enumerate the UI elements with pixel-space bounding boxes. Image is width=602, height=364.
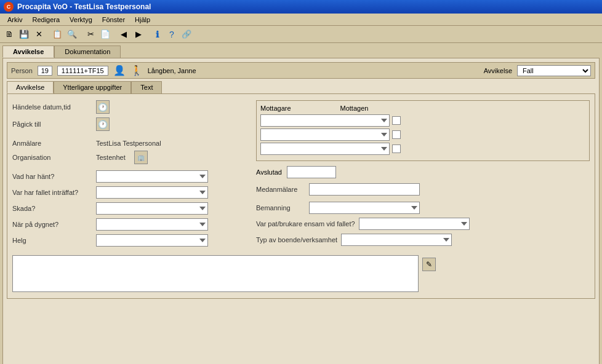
organisation-value: Testenhet — [96, 154, 126, 161]
bemanning-dropdown[interactable] — [309, 202, 420, 214]
person-number: 19 — [38, 66, 52, 76]
back-button[interactable]: ◀ — [117, 28, 130, 41]
helg-row: Helg — [12, 234, 246, 247]
nar-dropdown[interactable] — [96, 218, 208, 231]
pagick-row: Pågick till 🕐 — [12, 117, 246, 131]
nar-row: När på dygnet? — [12, 218, 246, 231]
person-name: Långben, Janne — [148, 67, 479, 74]
mottagare-header: Mottagare Mottagen — [260, 105, 585, 112]
organisation-button[interactable]: 🏢 — [134, 151, 148, 164]
anmalare-row: Anmälare TestLisa Testpersonal — [12, 140, 246, 147]
handelse-clock-button[interactable]: 🕐 — [96, 100, 110, 114]
typ-label: Typ av boende/verksamhet — [256, 235, 337, 244]
person-icon2: 🚶 — [130, 65, 143, 76]
link-button[interactable]: 🔗 — [180, 28, 193, 41]
var-label: Var har fallet inträffat? — [12, 189, 92, 196]
vad-label: Vad har hänt? — [12, 173, 92, 180]
tab-dokumentation[interactable]: Dokumentation — [54, 46, 121, 58]
typ-row: Typ av boende/verksamhet — [256, 234, 590, 246]
anmalare-label: Anmälare — [12, 140, 92, 147]
menu-verktyg[interactable]: Verktyg — [65, 15, 97, 25]
person-label: Person — [11, 67, 33, 74]
mottagen-checkbox-2[interactable] — [392, 130, 401, 139]
mottagare-label: Mottagare — [260, 105, 291, 112]
avvikelse-type-select[interactable]: Fall — [517, 65, 591, 76]
mottagare-section: Mottagare Mottagen — [256, 100, 590, 161]
helg-dropdown[interactable] — [96, 234, 208, 247]
find-button[interactable]: 🔍 — [65, 28, 79, 41]
menu-bar: Arkiv Redigera Verktyg Fönster Hjälp — [0, 14, 602, 26]
inner-tab-ytterligare[interactable]: Ytterligare uppgifter — [54, 81, 131, 93]
bemanning-row: Bemanning — [256, 202, 590, 214]
var-pat-dropdown[interactable] — [359, 218, 470, 230]
bottom-row: ✎ — [12, 255, 590, 292]
top-tabs: Avvikelse Dokumentation — [2, 46, 600, 58]
inner-tabs: Avvikelse Ytterligare uppgifter Text — [7, 81, 595, 93]
mottagare-dropdown-3[interactable] — [260, 143, 390, 155]
help-button[interactable]: ? — [165, 28, 179, 41]
handelse-row: Händelse datum,tid 🕐 — [12, 100, 246, 114]
mottagen-checkbox-1[interactable] — [392, 116, 401, 125]
var-pat-row: Var pat/brukare ensam vid fallet? — [256, 218, 590, 230]
var-pat-label: Var pat/brukare ensam vid fallet? — [256, 220, 355, 228]
pagick-label: Pågick till — [12, 121, 92, 128]
delete-button[interactable]: ✕ — [32, 28, 46, 41]
title-bar: C Procapita VoO - TestLisa Testpersonal — [0, 0, 602, 14]
new-button[interactable]: 🗎 — [2, 28, 16, 41]
mottagare-row-3 — [260, 143, 585, 155]
nar-label: När på dygnet? — [12, 221, 92, 228]
info-button[interactable]: ℹ — [150, 28, 164, 41]
save-button[interactable]: 💾 — [17, 28, 31, 41]
paste-button[interactable]: 📄 — [98, 28, 112, 41]
person-row: Person 19 111111+TF15 👤 🚶 Långben, Janne… — [7, 62, 595, 79]
copy-all-button[interactable]: 📋 — [50, 28, 64, 41]
inner-tab-text[interactable]: Text — [131, 81, 162, 93]
helg-label: Helg — [12, 237, 92, 244]
medanmalare-row: Medanmälare — [256, 183, 590, 196]
mottagare-row-1 — [260, 114, 585, 127]
avvikelse-label: Avvikelse — [484, 67, 512, 74]
skada-label: Skada? — [12, 205, 92, 212]
tab-avvikelse[interactable]: Avvikelse — [2, 46, 54, 58]
right-column: Mottagare Mottagen — [256, 100, 590, 250]
vad-dropdown[interactable] — [96, 170, 208, 183]
typ-dropdown[interactable] — [341, 234, 452, 246]
mottagare-dropdown-1[interactable] — [260, 114, 390, 127]
skada-row: Skada? — [12, 202, 246, 215]
person-id: 111111+TF15 — [57, 66, 108, 76]
menu-hjalp[interactable]: Hjälp — [130, 15, 155, 25]
person-icon: 👤 — [113, 65, 126, 76]
skada-dropdown[interactable] — [96, 202, 208, 215]
left-column: Händelse datum,tid 🕐 Pågick till 🕐 Anmäl… — [12, 100, 246, 250]
avslutad-label: Avslutad — [256, 168, 282, 176]
var-row: Var har fallet inträffat? — [12, 186, 246, 199]
cut-button[interactable]: ✂ — [84, 28, 97, 41]
var-dropdown[interactable] — [96, 186, 208, 199]
main-area: Avvikelse Dokumentation Person 19 111111… — [0, 43, 602, 364]
mottagen-checkbox-3[interactable] — [392, 144, 401, 153]
menu-redigera[interactable]: Redigera — [27, 15, 65, 25]
mottagare-dropdown-2[interactable] — [260, 129, 390, 141]
anmalare-value: TestLisa Testpersonal — [96, 140, 161, 147]
avslutad-row: Avslutad — [256, 166, 590, 178]
vad-row: Vad har hänt? — [12, 170, 246, 183]
menu-arkiv[interactable]: Arkiv — [2, 15, 27, 25]
content-panel: Person 19 111111+TF15 👤 🚶 Långben, Janne… — [2, 58, 600, 364]
mottagare-row-2 — [260, 129, 585, 141]
form-area: Händelse datum,tid 🕐 Pågick till 🕐 Anmäl… — [7, 93, 595, 299]
organisation-row: Organisation Testenhet 🏢 — [12, 151, 246, 164]
forward-button[interactable]: ▶ — [132, 28, 145, 41]
notes-textarea[interactable] — [12, 255, 419, 292]
avslutad-input[interactable] — [287, 166, 336, 178]
medanmalare-input[interactable] — [309, 183, 420, 196]
handelse-label: Händelse datum,tid — [12, 103, 92, 111]
organisation-label: Organisation — [12, 154, 92, 161]
menu-fonster[interactable]: Fönster — [97, 15, 130, 25]
edit-icon-button[interactable]: ✎ — [422, 258, 436, 271]
bemanning-label: Bemanning — [256, 204, 305, 212]
inner-tab-avvikelse[interactable]: Avvikelse — [7, 81, 54, 93]
pagick-clock-button[interactable]: 🕐 — [96, 117, 110, 131]
medanmalare-label: Medanmälare — [256, 186, 305, 193]
title-text: Procapita VoO - TestLisa Testpersonal — [17, 2, 151, 11]
app-icon: C — [4, 2, 14, 12]
